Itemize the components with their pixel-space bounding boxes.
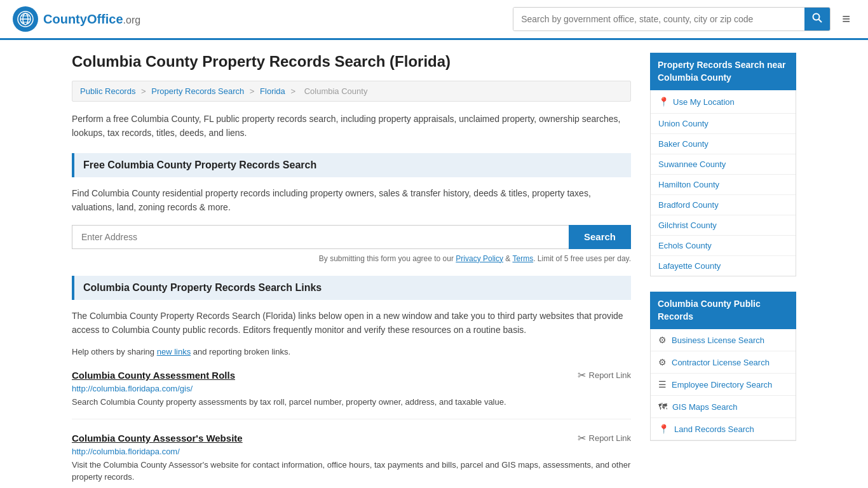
gear-icon-contractor: ⚙ — [658, 357, 667, 367]
links-section-desc: The Columbia County Property Records Sea… — [72, 309, 631, 337]
sidebar-nearby-list: 📍 Use My Location Union County Baker Cou… — [650, 90, 796, 276]
report-link-label-1: Report Link — [589, 433, 631, 443]
main-container: Columbia County Property Records Search … — [59, 40, 809, 488]
report-link-button-0[interactable]: ✂ Report Link — [578, 369, 631, 381]
echols-county-link[interactable]: Echols County — [658, 241, 712, 250]
link-title-0[interactable]: Columbia County Assessment Rolls — [72, 370, 235, 381]
breadcrumb-property-records[interactable]: Property Records Search — [151, 86, 244, 96]
sidebar-use-my-location[interactable]: 📍 Use My Location — [651, 90, 796, 114]
sidebar-gis-maps[interactable]: 🗺 GIS Maps Search — [651, 396, 796, 418]
sidebar-employee-directory[interactable]: ☰ Employee Directory Search — [651, 374, 796, 396]
privacy-policy-link[interactable]: Privacy Policy — [456, 254, 503, 263]
sidebar-county-baker[interactable]: Baker County — [651, 134, 796, 154]
breadcrumb: Public Records > Property Records Search… — [72, 81, 631, 102]
employee-directory-search-link[interactable]: Employee Directory Search — [672, 380, 772, 390]
link-desc-0: Search Columbia County property assessme… — [72, 396, 631, 409]
link-title-1[interactable]: Columbia County Assessor's Website — [72, 433, 243, 444]
location-icon-land: 📍 — [658, 424, 669, 434]
svg-line-6 — [819, 20, 822, 23]
logo-text: CountyOffice.org — [43, 12, 140, 27]
logo-icon — [13, 6, 38, 32]
intro-text: Perform a free Columbia County, FL publi… — [72, 112, 631, 140]
sidebar-county-lafayette[interactable]: Lafayette County — [651, 256, 796, 276]
header-search-button[interactable] — [804, 8, 830, 30]
header-search-input[interactable] — [513, 8, 804, 30]
link-item-header-0: Columbia County Assessment Rolls ✂ Repor… — [72, 369, 631, 381]
sidebar-business-license[interactable]: ⚙ Business License Search — [651, 329, 796, 351]
link-item-0: Columbia County Assessment Rolls ✂ Repor… — [72, 369, 631, 419]
new-links-link[interactable]: new links — [157, 347, 191, 356]
sidebar-county-suwannee[interactable]: Suwannee County — [651, 154, 796, 175]
free-search-header: Free Columbia County Property Records Se… — [72, 153, 631, 177]
pin-icon: 📍 — [658, 97, 669, 107]
sidebar-contractor-license[interactable]: ⚙ Contractor License Search — [651, 351, 796, 374]
form-note-limit: Limit of 5 free uses per day. — [538, 254, 631, 263]
main-content: Columbia County Property Records Search … — [72, 53, 631, 488]
svg-point-5 — [813, 14, 820, 20]
bradford-county-link[interactable]: Bradford County — [658, 200, 719, 210]
page-title: Columbia County Property Records Search … — [72, 53, 631, 71]
sidebar: Property Records Search near Columbia Co… — [650, 53, 796, 488]
business-license-search-link[interactable]: Business License Search — [672, 336, 764, 345]
breadcrumb-sep-2: > — [250, 86, 255, 96]
breadcrumb-sep-1: > — [141, 86, 146, 96]
free-search-desc: Find Columbia County residential propert… — [72, 186, 631, 215]
link-url-1[interactable]: http://columbia.floridapa.com/ — [72, 447, 631, 456]
gilchrist-county-link[interactable]: Gilchrist County — [658, 220, 717, 230]
use-my-location-link[interactable]: Use My Location — [673, 97, 735, 107]
header-right: ≡ — [513, 7, 855, 31]
gis-maps-search-link[interactable]: GIS Maps Search — [672, 402, 738, 412]
links-section-header: Columbia County Property Records Search … — [72, 276, 631, 300]
share-text-prefix: Help others by sharing — [72, 347, 154, 356]
form-note-prefix: By submitting this form you agree to our — [319, 254, 454, 263]
sidebar-county-hamilton[interactable]: Hamilton County — [651, 175, 796, 195]
sidebar-land-records[interactable]: 📍 Land Records Search — [651, 418, 796, 440]
contractor-license-search-link[interactable]: Contractor License Search — [672, 358, 770, 367]
address-search-button[interactable]: Search — [569, 225, 631, 249]
breadcrumb-public-records[interactable]: Public Records — [80, 86, 135, 96]
form-note: By submitting this form you agree to our… — [72, 254, 631, 263]
sidebar-nearby-title: Property Records Search near Columbia Co… — [650, 53, 796, 90]
breadcrumb-columbia-county: Columbia County — [304, 86, 368, 96]
address-search-input[interactable] — [72, 225, 569, 249]
report-link-icon-0: ✂ — [578, 369, 586, 381]
lafayette-county-link[interactable]: Lafayette County — [658, 261, 721, 271]
baker-county-link[interactable]: Baker County — [658, 139, 709, 149]
sidebar-public-records-title: Columbia County Public Records — [650, 292, 796, 329]
report-link-icon-1: ✂ — [578, 432, 586, 444]
report-link-button-1[interactable]: ✂ Report Link — [578, 432, 631, 444]
link-item-header-1: Columbia County Assessor's Website ✂ Rep… — [72, 432, 631, 444]
sidebar-county-bradford[interactable]: Bradford County — [651, 195, 796, 215]
breadcrumb-florida[interactable]: Florida — [260, 86, 285, 96]
sidebar-county-union[interactable]: Union County — [651, 114, 796, 134]
share-text-suffix: and reporting broken links. — [193, 347, 290, 356]
gear-icon-business: ⚙ — [658, 335, 667, 345]
share-text: Help others by sharing new links and rep… — [72, 347, 631, 356]
land-records-search-link[interactable]: Land Records Search — [674, 424, 754, 434]
report-link-label-0: Report Link — [589, 370, 631, 380]
site-header: CountyOffice.org ≡ — [0, 0, 868, 40]
map-icon-gis: 🗺 — [658, 402, 667, 412]
suwannee-county-link[interactable]: Suwannee County — [658, 159, 726, 169]
sidebar-public-records-section: Columbia County Public Records ⚙ Busines… — [650, 292, 796, 441]
links-list: Columbia County Assessment Rolls ✂ Repor… — [72, 369, 631, 488]
terms-link[interactable]: Terms — [512, 254, 533, 263]
union-county-link[interactable]: Union County — [658, 119, 709, 128]
sidebar-county-gilchrist[interactable]: Gilchrist County — [651, 215, 796, 236]
address-search-form: Search — [72, 225, 631, 249]
sidebar-county-echols[interactable]: Echols County — [651, 236, 796, 256]
breadcrumb-sep-3: > — [290, 86, 295, 96]
sidebar-nearby-section: Property Records Search near Columbia Co… — [650, 53, 796, 276]
hamilton-county-link[interactable]: Hamilton County — [658, 180, 719, 189]
list-icon-employee: ☰ — [658, 379, 667, 390]
header-search-bar — [513, 7, 831, 31]
logo-suffix: .org — [123, 15, 141, 25]
hamburger-menu-button[interactable]: ≡ — [837, 8, 855, 30]
link-desc-1: Visit the Columbia County Assessor's web… — [72, 459, 631, 484]
link-item-1: Columbia County Assessor's Website ✂ Rep… — [72, 432, 631, 488]
logo-area: CountyOffice.org — [13, 6, 140, 32]
link-url-0[interactable]: http://columbia.floridapa.com/gis/ — [72, 384, 631, 393]
sidebar-public-records-list: ⚙ Business License Search ⚙ Contractor L… — [650, 329, 796, 441]
